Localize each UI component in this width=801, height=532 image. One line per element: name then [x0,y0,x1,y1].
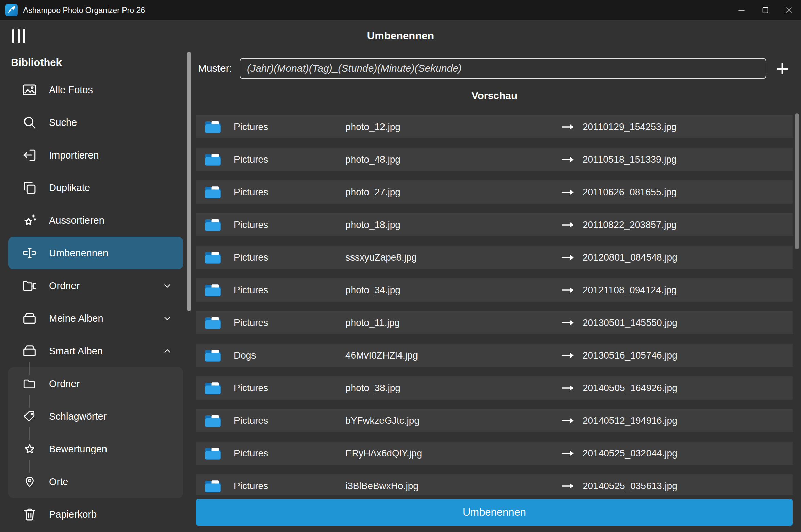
arrow-right-icon [561,417,583,425]
preview-row[interactable]: Pictures photo_27.jpg 20110626_081655.jp… [196,180,793,204]
menu-button[interactable] [9,26,29,47]
maximize-button[interactable] [753,0,777,20]
subitem-schlagwoerter[interactable]: Schlagwörter [8,400,183,433]
sidebar-item-label: Smart Alben [49,346,103,357]
image-folder-icon [204,250,234,265]
sidebar-item-papierkorb[interactable]: Papierkorb [8,498,183,531]
duplicates-icon [21,179,38,196]
image-folder-icon [204,120,234,134]
tag-icon [21,408,38,425]
preview-row[interactable]: Pictures photo_11.jpg 20130501_145550.jp… [196,311,793,334]
subitem-bewertungen[interactable]: Bewertungen [8,433,183,465]
image-folder-icon [204,152,234,167]
arrow-right-icon [561,156,583,163]
preview-row[interactable]: Pictures photo_12.jpg 20110129_154253.jp… [196,115,793,138]
row-folder-label: Pictures [234,285,345,296]
sidebar-item-alle-fotos[interactable]: Alle Fotos [8,73,183,106]
pattern-input[interactable] [240,58,766,79]
row-source-name: 46MvI0ZHZl4.jpg [345,350,561,361]
sidebar-item-suche[interactable]: Suche [8,106,183,139]
preview-row[interactable]: Pictures sssxyuZape8.jpg 20120801_084548… [196,246,793,269]
minimize-button[interactable] [730,0,753,20]
folder-icon [21,375,38,392]
sort-out-star-icon [21,212,38,229]
star-icon [21,440,38,458]
arrow-right-icon [561,188,583,196]
sidebar-item-smart-alben[interactable]: Smart Alben [8,335,183,367]
sidebar-item-label: Umbenennen [49,248,108,259]
smart-alben-subpanel: Ordner Schlagwörter Bewertungen [8,367,183,498]
import-icon [21,147,38,164]
sidebar: Bibliothek Alle Fotos Suche Importieren [0,52,191,532]
preview-row[interactable]: Pictures photo_48.jpg 20110518_151339.jp… [196,148,793,171]
sidebar-item-umbenennen[interactable]: Umbenennen [8,237,183,269]
preview-heading: Vorschau [196,90,793,103]
rename-button[interactable]: Umbenennen [196,499,793,526]
subitem-label: Ordner [49,378,80,389]
pattern-label: Muster: [198,63,232,74]
preview-list: Pictures photo_12.jpg 20110129_154253.jp… [196,115,793,495]
preview-row[interactable]: Pictures i3BlBeBwxHo.jpg 20140525_035613… [196,474,793,495]
subitem-label: Schlagwörter [49,411,107,422]
folder-tree-icon [21,277,38,294]
sidebar-item-meine-alben[interactable]: Meine Alben [8,302,183,335]
row-folder-label: Pictures [234,481,345,492]
arrow-right-icon [561,319,583,327]
sidebar-item-aussortieren[interactable]: Aussortieren [8,204,183,237]
row-folder-label: Pictures [234,121,345,132]
app-logo-icon [5,4,18,16]
window-title: Ashampoo Photo Organizer Pro 26 [23,6,145,15]
row-folder-label: Pictures [234,317,345,328]
arrow-right-icon [561,123,583,131]
pattern-row: Muster: + [196,57,793,80]
arrow-right-icon [561,482,583,490]
arrow-right-icon [561,286,583,294]
rename-panel: Muster: + Vorschau Pictures photo_12.jpg… [191,52,801,532]
preview-row[interactable]: Pictures bYFwkzeGJtc.jpg 20140512_194916… [196,409,793,432]
row-folder-label: Pictures [234,252,345,263]
sidebar-item-label: Meine Alben [49,313,103,324]
close-button[interactable] [777,0,801,20]
preview-row[interactable]: Pictures photo_18.jpg 20110822_203857.jp… [196,213,793,236]
row-folder-label: Pictures [234,448,345,459]
subitem-orte[interactable]: Orte [8,465,183,498]
row-target-name: 20110626_081655.jpg [583,187,793,198]
preview-scrollbar[interactable] [795,113,799,249]
image-folder-icon [204,479,234,493]
search-icon [21,114,38,131]
window-controls [730,0,801,20]
library-heading: Bibliothek [0,52,191,73]
row-folder-label: Pictures [234,187,345,198]
subitem-ordner[interactable]: Ordner [8,367,183,400]
image-folder-icon [204,381,234,395]
row-source-name: photo_48.jpg [345,154,561,165]
row-source-name: i3BlBeBwxHo.jpg [345,481,561,492]
preview-row[interactable]: Dogs 46MvI0ZHZl4.jpg 20130516_105746.jpg [196,344,793,367]
row-folder-label: Pictures [234,219,345,230]
row-source-name: ERyHAx6dQlY.jpg [345,448,561,459]
preview-row[interactable]: Pictures photo_38.jpg 20140505_164926.jp… [196,376,793,400]
menu-bar-icon [18,29,20,43]
row-source-name: photo_11.jpg [345,317,561,328]
row-folder-label: Dogs [234,350,345,361]
row-target-name: 20140525_032044.jpg [583,448,793,459]
arrow-right-icon [561,352,583,359]
arrow-right-icon [561,254,583,261]
preview-row[interactable]: Pictures photo_34.jpg 20121108_094124.jp… [196,278,793,302]
chevron-up-icon [161,345,174,357]
row-source-name: photo_12.jpg [345,121,561,132]
add-pattern-button[interactable]: + [772,58,793,79]
sidebar-item-label: Suche [49,117,77,128]
sidebar-item-ordner[interactable]: Ordner [8,269,183,302]
image-folder-icon [204,283,234,297]
sidebar-scrollbar[interactable] [187,52,191,311]
row-target-name: 20130501_145550.jpg [583,317,793,328]
sidebar-item-duplikate[interactable]: Duplikate [8,171,183,204]
app-window: Ashampoo Photo Organizer Pro 26 Umbenenn… [0,0,801,532]
sidebar-item-importieren[interactable]: Importieren [8,139,183,171]
arrow-right-icon [561,384,583,392]
preview-row[interactable]: Pictures ERyHAx6dQlY.jpg 20140525_032044… [196,442,793,465]
row-target-name: 20110129_154253.jpg [583,121,793,132]
row-folder-label: Pictures [234,415,345,426]
menu-bar-icon [23,29,25,43]
